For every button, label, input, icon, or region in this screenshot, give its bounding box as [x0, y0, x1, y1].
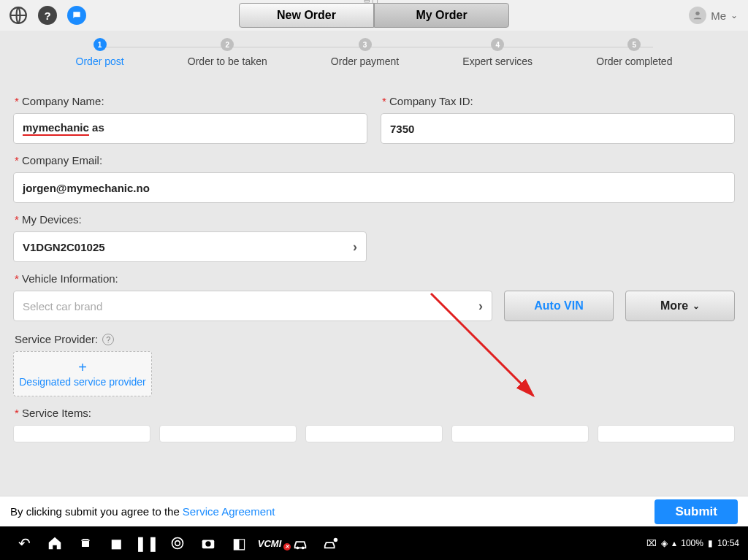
- system-nav-bar: ↶ ◼ ❚❚ ◧ VCMI✕ ⌧ ◈ ▴ 100% ▮ 10:54: [0, 526, 748, 560]
- back-icon[interactable]: ↶: [9, 534, 39, 552]
- company-name-input[interactable]: mymechanic as: [13, 113, 367, 144]
- chevron-right-icon: ›: [353, 239, 357, 255]
- globe-icon[interactable]: [9, 6, 28, 25]
- brightness-icon[interactable]: ◧: [224, 534, 254, 552]
- company-email-label: Company Email:: [15, 154, 735, 166]
- service-items-label: Service Items:: [15, 407, 735, 419]
- top-bar: ▭ ▢ ˅ ? New Order My Order Me ⌄: [0, 0, 748, 31]
- my-devices-select[interactable]: V1DGN2C01025›: [13, 231, 367, 262]
- submit-button[interactable]: Submit: [654, 499, 738, 524]
- svg-point-7: [175, 541, 180, 546]
- svg-point-10: [297, 548, 298, 549]
- agreement-text: By clicking submit you agree to the: [10, 505, 180, 518]
- service-item-card[interactable]: [598, 425, 735, 442]
- add-service-provider[interactable]: + Designated service provider: [13, 351, 152, 396]
- progress-stepper: 1Order post 2Order to be taken 3Order pa…: [0, 31, 748, 74]
- svg-point-11: [302, 548, 304, 549]
- svg-rect-3: [82, 541, 89, 547]
- battery-icon: ▮: [708, 538, 713, 548]
- order-tabs: New Order My Order: [239, 3, 509, 28]
- service-provider-label: Service Provider: ?: [15, 333, 735, 345]
- service-item-card[interactable]: [159, 425, 297, 442]
- chrome-icon[interactable]: [162, 536, 193, 551]
- user-menu[interactable]: Me ⌄: [689, 7, 738, 24]
- svg-point-12: [335, 539, 337, 542]
- company-tax-label: Company Tax ID:: [382, 95, 735, 107]
- step-expert-services[interactable]: 4Expert services: [462, 38, 533, 67]
- company-name-label: Company Name:: [15, 95, 367, 107]
- cast-icon: ⌧: [646, 538, 657, 548]
- my-devices-label: My Devices:: [15, 213, 735, 226]
- camera-icon[interactable]: [193, 535, 224, 551]
- split-icon[interactable]: ❚❚: [131, 534, 162, 552]
- chevron-right-icon: ›: [478, 299, 483, 314]
- step-order-post[interactable]: 1Order post: [76, 38, 124, 67]
- android-icon[interactable]: [70, 536, 101, 551]
- help-tooltip-icon[interactable]: ?: [102, 334, 114, 345]
- car-user-icon[interactable]: [316, 535, 346, 551]
- svg-point-6: [172, 538, 183, 549]
- wifi-icon: ◈: [661, 538, 668, 548]
- user-label: Me: [711, 9, 726, 22]
- plus-icon: +: [78, 360, 87, 375]
- tab-new-order[interactable]: New Order: [239, 3, 374, 28]
- company-email-input[interactable]: jorgen@mymechanic.no: [13, 172, 735, 203]
- svg-point-1: [695, 12, 699, 15]
- step-order-completed[interactable]: 5Order completed: [596, 38, 672, 67]
- footer-bar: By clicking submit you agree to the Serv…: [0, 496, 748, 526]
- tab-my-order[interactable]: My Order: [374, 3, 509, 28]
- help-icon[interactable]: ?: [38, 6, 57, 25]
- recent-icon[interactable]: ◼: [101, 534, 131, 552]
- status-tray: ⌧ ◈ ▴ 100% ▮ 10:54: [646, 538, 739, 548]
- vehicle-info-label: Vehicle Information:: [15, 272, 735, 285]
- vehicle-brand-select[interactable]: Select car brand›: [13, 291, 492, 321]
- signal-icon: ▴: [672, 538, 676, 548]
- company-tax-input[interactable]: 7350: [381, 113, 735, 144]
- home-icon[interactable]: [39, 535, 70, 551]
- chevron-down-icon: ⌄: [730, 10, 738, 20]
- service-item-card[interactable]: [305, 425, 443, 442]
- battery-text: 100%: [681, 538, 703, 548]
- form-area: Company Name: mymechanic as Company Tax …: [0, 74, 748, 496]
- chevron-down-icon: ⌄: [692, 301, 700, 311]
- service-agreement-link[interactable]: Service Agreement: [183, 505, 275, 518]
- service-item-card[interactable]: [13, 425, 150, 442]
- service-items-row: [13, 425, 735, 442]
- auto-vin-button[interactable]: Auto VIN: [504, 291, 614, 321]
- chat-icon[interactable]: [67, 6, 86, 25]
- service-item-card[interactable]: [451, 425, 589, 442]
- more-button[interactable]: More⌄: [625, 291, 735, 321]
- svg-point-9: [205, 541, 210, 546]
- step-order-taken[interactable]: 2Order to be taken: [188, 38, 267, 67]
- step-order-payment[interactable]: 3Order payment: [331, 38, 399, 67]
- vcmi-status[interactable]: VCMI✕: [254, 538, 285, 549]
- clock: 10:54: [717, 538, 739, 548]
- avatar-icon: [689, 7, 706, 24]
